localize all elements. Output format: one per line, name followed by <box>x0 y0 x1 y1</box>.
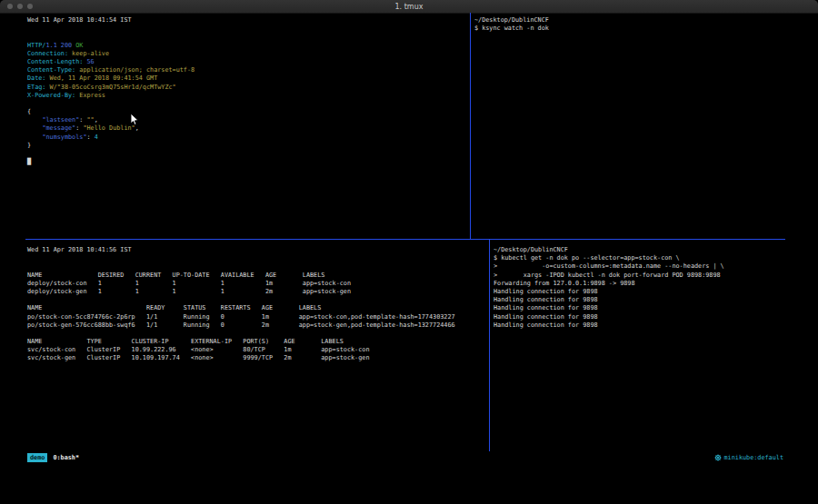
terminal-line: $ ksync watch -n dok <box>474 25 818 33</box>
terminal-line: $ kubectl get -n dok po --selector=app=s… <box>494 254 818 262</box>
terminal-line: Wed 11 Apr 2018 10:41:56 IST <box>27 246 489 254</box>
close-button[interactable] <box>7 4 13 9</box>
terminal-line <box>27 25 466 33</box>
session-name-badge: demo <box>27 453 47 462</box>
terminal-line: HTTP/1.1 200 OK <box>27 42 466 50</box>
terminal-line: "numsymbols": 4 <box>27 133 466 142</box>
pane-ksync-watch[interactable]: ~/Desktop/DublinCNCF$ ksync watch -n dok <box>471 13 818 239</box>
minimize-button[interactable] <box>17 4 23 9</box>
terminal-line: NAME DESIRED CURRENT UP-TO-DATE AVAILABL… <box>27 272 489 280</box>
pane-divider-horizontal <box>25 239 785 240</box>
terminal-line <box>27 262 489 271</box>
mouse-cursor <box>130 113 139 126</box>
terminal-line: deploy/stock-con 1 1 1 1 1m app=stock-co… <box>27 280 489 288</box>
terminal-line: Forwarding from 127.0.0.1:9898 -> 9898 <box>494 280 818 288</box>
terminal-line <box>27 296 489 304</box>
pane-port-forward[interactable]: ~/Desktop/DublinCNCF$ kubectl get -n dok… <box>490 240 818 451</box>
terminal-line: Content-Length: 56 <box>27 58 466 66</box>
helm-wheel-icon <box>714 454 722 461</box>
terminal-line: Connection: keep-alive <box>27 50 466 58</box>
terminal-line: svc/stock-gen ClusterIP 10.109.197.74 <n… <box>27 354 489 362</box>
terminal-line: Handling connection for 9898 <box>494 321 818 330</box>
terminal-line <box>27 254 489 262</box>
pane-divider-vertical-bottom <box>489 240 490 451</box>
pane-kubectl-resources[interactable]: Wed 11 Apr 2018 10:41:56 IST NAME DESIRE… <box>0 240 489 451</box>
terminal-line: Handling connection for 9898 <box>494 288 818 296</box>
tmux-status-bar: demo 0:bash* minikube:default <box>0 451 818 463</box>
terminal-line: po/stock-con-5cc874766c-2p6rp 1/1 Runnin… <box>27 313 489 321</box>
terminal-line: NAME READY STATUS RESTARTS AGE LABELS <box>27 304 489 312</box>
pane-divider-vertical-top <box>470 13 471 239</box>
zoom-button[interactable] <box>27 4 33 9</box>
terminal-line: } <box>27 142 466 150</box>
terminal-line: NAME TYPE CLUSTER-IP EXTERNAL-IP PORT(S)… <box>27 338 489 346</box>
pane-http-response[interactable]: Wed 11 Apr 2018 10:41:54 IST HTTP/1.1 20… <box>0 13 470 239</box>
terminal-line: ~/Desktop/DublinCNCF <box>494 246 818 254</box>
terminal-line: "message": "Hello Dublin", <box>27 124 466 133</box>
window-title: 1. tmux <box>0 3 818 11</box>
terminal-line: Handling connection for 9898 <box>494 296 818 304</box>
terminal-window: 1. tmux Wed 11 Apr 2018 10:41:54 IST HTT… <box>0 0 818 504</box>
terminal-line: Date: Wed, 11 Apr 2018 09:41:54 GMT <box>27 74 466 83</box>
terminal-line: Content-Type: application/json; charset=… <box>27 66 466 74</box>
window-titlebar[interactable]: 1. tmux <box>0 0 818 14</box>
kube-context-label: minikube:default <box>724 454 783 461</box>
terminal-line: Handling connection for 9898 <box>494 304 818 312</box>
terminal-line: █ <box>27 158 466 166</box>
terminal-line: > xargs -IPOD kubectl -n dok port-forwar… <box>494 272 818 280</box>
terminal-line: > -o=custom-columns=:metadata.name --no-… <box>494 262 818 271</box>
terminal-line: ETag: W/"38-05coCsrg3mQ75sHr1d/qcMTwYZc" <box>27 84 466 92</box>
terminal-line: Handling connection for 9898 <box>494 313 818 321</box>
terminal-line <box>27 330 489 338</box>
terminal-line <box>27 33 466 41</box>
terminal-line: Wed 11 Apr 2018 10:41:54 IST <box>27 16 466 25</box>
terminal-line: ~/Desktop/DublinCNCF <box>474 16 818 25</box>
window-item-bash[interactable]: 0:bash* <box>53 454 79 461</box>
terminal-line <box>27 100 466 108</box>
window-controls <box>7 0 33 13</box>
terminal-line: { <box>27 108 466 116</box>
terminal-line: po/stock-gen-576cc688bb-swqf6 1/1 Runnin… <box>27 321 489 330</box>
terminal-line: "lastseen": "", <box>27 116 466 124</box>
terminal-line: X-Powered-By: Express <box>27 92 466 100</box>
terminal-line: deploy/stock-gen 1 1 1 1 2m app=stock-ge… <box>27 288 489 296</box>
kube-context-indicator: minikube:default <box>714 454 783 461</box>
terminal-line <box>27 150 466 158</box>
status-left: demo 0:bash* <box>27 453 79 462</box>
terminal-line: svc/stock-con ClusterIP 10.99.222.96 <no… <box>27 346 489 354</box>
